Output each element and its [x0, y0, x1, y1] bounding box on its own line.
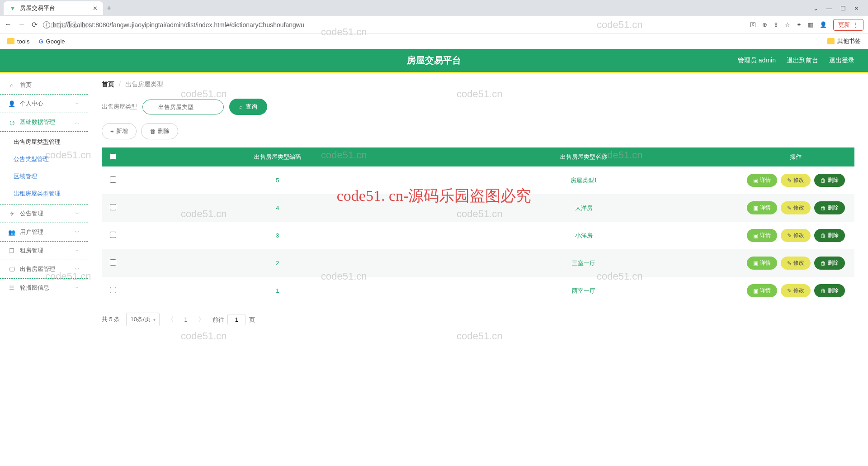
row-checkbox[interactable] — [110, 259, 116, 266]
zoom-icon[interactable]: ⊕ — [762, 21, 767, 28]
page-prev[interactable]: 〈 — [166, 315, 175, 323]
delete-row-button[interactable]: 🗑删除 — [814, 201, 845, 214]
close-icon[interactable]: ✕ — [93, 5, 98, 12]
back-icon[interactable]: ← — [5, 20, 12, 29]
info-icon[interactable]: i — [43, 21, 50, 29]
page-next[interactable]: 〉 — [197, 315, 206, 323]
page-size-select[interactable]: 10条/页 ▾ — [126, 313, 159, 326]
sub-item-notice-type[interactable]: 公告类型管理 — [0, 151, 88, 168]
minimize-icon[interactable]: — — [826, 5, 832, 12]
update-button[interactable]: 更新 ⋮ — [833, 19, 863, 31]
forward-icon[interactable]: → — [18, 20, 25, 29]
header-right: 管理员 admin 退出到前台 退出登录 — [738, 57, 854, 65]
sidebar-item-label: 用户管理 — [20, 228, 43, 236]
detail-button[interactable]: ▣详情 — [747, 284, 777, 297]
window-controls: ⌄ — ☐ ✕ — [813, 5, 864, 12]
sidebar-item-rent[interactable]: ❐ 租房管理 ﹀ — [0, 242, 88, 260]
pagination: 共 5 条 10条/页 ▾ 〈 1 〉 前往 页 — [102, 313, 854, 326]
row-checkbox[interactable] — [110, 176, 116, 183]
sidebar-item-home[interactable]: ⌂ 首页 — [0, 76, 88, 95]
logout-button[interactable]: 退出登录 — [829, 57, 854, 65]
op-cell: ▣详情✎修改🗑删除 — [741, 257, 850, 270]
sidebar-item-carousel[interactable]: ☰ 轮播图信息 ﹀ — [0, 279, 88, 297]
sub-item-rent-type[interactable]: 出租房屋类型管理 — [0, 185, 88, 202]
address-bar: ← → ⟳ i http://localhost:8080/fangwujiao… — [0, 16, 868, 33]
menu-dots-icon: ⋮ — [853, 21, 859, 28]
reload-icon[interactable]: ⟳ — [32, 20, 38, 29]
search-input[interactable] — [142, 100, 224, 114]
maximize-icon[interactable]: ☐ — [840, 5, 846, 12]
page-goto-input[interactable] — [227, 314, 245, 325]
th-ops: 操作 — [737, 147, 854, 166]
close-window-icon[interactable]: ✕ — [854, 5, 859, 12]
row-checkbox[interactable] — [110, 287, 116, 293]
list-icon: ☰ — [8, 285, 15, 291]
edit-button[interactable]: ✎修改 — [781, 229, 811, 242]
sidebar-item-sale[interactable]: 🖵 出售房屋管理 ﹀ — [0, 260, 88, 279]
sidebar-item-notice[interactable]: ✈ 公告管理 ﹀ — [0, 204, 88, 223]
browser-chrome: ▼ 房屋交易平台 ✕ + ⌄ — ☐ ✕ ← → ⟳ i http://loca… — [0, 0, 868, 49]
panel-icon[interactable]: ▥ — [808, 21, 813, 28]
select-all-checkbox[interactable] — [110, 153, 116, 160]
profile-icon[interactable]: 👤 — [820, 21, 827, 28]
sidebar-item-personal[interactable]: 👤 个人中心 ﹀ — [0, 95, 88, 113]
monitor-icon: 🖵 — [8, 266, 15, 273]
detail-button[interactable]: ▣详情 — [747, 201, 777, 214]
cell-name: 房屋类型1 — [431, 166, 737, 194]
detail-icon: ▣ — [753, 288, 758, 294]
sidebar-item-user[interactable]: 👥 用户管理 ﹀ — [0, 223, 88, 242]
table-row: 2三室一厅▣详情✎修改🗑删除 — [102, 249, 854, 277]
sidebar-item-base-data[interactable]: ◷ 基础数据管理 ︿ — [0, 113, 88, 132]
new-tab-button[interactable]: + — [107, 4, 112, 13]
delete-row-button[interactable]: 🗑删除 — [814, 229, 845, 242]
star-icon[interactable]: ☆ — [785, 21, 790, 28]
chevron-down-icon[interactable]: ⌄ — [813, 5, 818, 12]
row-checkbox[interactable] — [110, 204, 116, 210]
cell-name: 小洋房 — [431, 222, 737, 249]
detail-button[interactable]: ▣详情 — [747, 174, 777, 187]
google-icon: G — [38, 38, 43, 45]
detail-icon: ▣ — [753, 233, 758, 239]
breadcrumb-home[interactable]: 首页 — [102, 81, 114, 88]
th-name: 出售房屋类型名称 — [431, 147, 737, 166]
edit-button[interactable]: ✎修改 — [781, 201, 811, 214]
url-field[interactable]: i http://localhost:8080/fangwujiaoyiping… — [43, 21, 745, 29]
edit-button[interactable]: ✎修改 — [781, 257, 811, 270]
delete-row-button[interactable]: 🗑删除 — [814, 174, 845, 187]
folder-icon — [827, 38, 835, 44]
extension-icon[interactable]: ✦ — [797, 21, 802, 28]
user-label[interactable]: 管理员 admin — [738, 57, 776, 65]
key-icon[interactable]: ⚿ — [750, 21, 756, 28]
bookmark-other[interactable]: 其他书签 — [827, 37, 861, 45]
row-checkbox[interactable] — [110, 232, 116, 238]
user-icon: 👤 — [8, 100, 15, 107]
edit-icon: ✎ — [787, 288, 792, 294]
delete-row-button[interactable]: 🗑删除 — [814, 257, 845, 270]
bookmark-tools[interactable]: tools — [7, 38, 29, 45]
browser-tab[interactable]: ▼ 房屋交易平台 ✕ — [4, 1, 103, 15]
sub-item-area[interactable]: 区域管理 — [0, 168, 88, 185]
data-table: 出售房屋类型编码 出售房屋类型名称 操作 5房屋类型1▣详情✎修改🗑删除4大洋房… — [102, 147, 854, 304]
query-button[interactable]: ⌕ 查询 — [229, 99, 267, 115]
sub-item-sale-type[interactable]: 出售房屋类型管理 — [0, 133, 88, 151]
edit-icon: ✎ — [787, 233, 792, 239]
share-icon[interactable]: ⇪ — [774, 21, 778, 28]
search-icon: ⌕ — [239, 104, 243, 110]
edit-button[interactable]: ✎修改 — [781, 174, 811, 187]
detail-button[interactable]: ▣详情 — [747, 257, 777, 270]
table-row: 4大洋房▣详情✎修改🗑删除 — [102, 194, 854, 222]
page-goto: 前往 页 — [212, 314, 255, 325]
bookmark-google[interactable]: G Google — [38, 38, 65, 45]
tab-title: 房屋交易平台 — [20, 4, 55, 12]
to-front-button[interactable]: 退出到前台 — [787, 57, 818, 65]
edit-button[interactable]: ✎修改 — [781, 284, 811, 297]
main-content: 首页 / 出售房屋类型 出售房屋类型 ⌕ 查询 + 新增 🗑 删除 — [88, 73, 868, 465]
delete-row-button[interactable]: 🗑删除 — [814, 284, 845, 297]
add-button[interactable]: + 新增 — [102, 123, 137, 139]
delete-button[interactable]: 🗑 删除 — [141, 123, 178, 139]
chevron-down-icon: ﹀ — [75, 266, 80, 273]
home-icon: ⌂ — [8, 82, 15, 89]
tab-bar: ▼ 房屋交易平台 ✕ + ⌄ — ☐ ✕ — [0, 0, 868, 16]
page-current[interactable]: 1 — [182, 316, 190, 323]
detail-button[interactable]: ▣详情 — [747, 229, 777, 242]
